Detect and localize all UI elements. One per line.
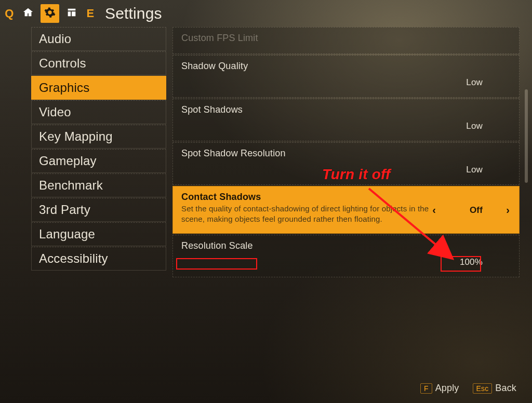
tab-loadout[interactable] [62, 4, 81, 23]
sidebar-item-video[interactable]: Video [31, 100, 166, 124]
apply-label: Apply [435, 383, 459, 394]
sidebar-item-language[interactable]: Language [31, 222, 166, 246]
scrollbar-thumb[interactable] [525, 89, 528, 183]
settings-category-sidebar: Audio Controls Graphics Video Key Mappin… [31, 27, 166, 370]
back-hotkey: Esc [473, 383, 493, 394]
settings-panel: Custom FPS Limit Shadow Quality Low Spot… [166, 27, 532, 370]
back-button[interactable]: Esc Back [473, 383, 517, 394]
setting-row-contact-shadows[interactable]: Contact Shadows Set the quality of conta… [172, 186, 520, 234]
apply-button[interactable]: F Apply [420, 383, 459, 394]
value-prev-arrow[interactable]: ‹ [432, 204, 436, 216]
topbar: Q E Settings [0, 0, 532, 27]
back-label: Back [495, 383, 516, 394]
gear-icon [44, 7, 56, 21]
setting-value: Low [466, 77, 483, 88]
sidebar-item-3rd-party[interactable]: 3rd Party [31, 198, 166, 222]
setting-label: Custom FPS Limit [181, 33, 511, 44]
setting-value: Low [466, 121, 483, 131]
sidebar-item-benchmark[interactable]: Benchmark [31, 173, 166, 197]
setting-row-spot-shadow-resolution[interactable]: Spot Shadow Resolution Low [172, 142, 520, 185]
setting-value: Low [466, 165, 483, 175]
sidebar-item-accessibility[interactable]: Accessibility [31, 247, 166, 271]
sidebar-item-label: Language [39, 227, 95, 241]
panel-icon [66, 7, 77, 21]
setting-row-shadow-quality[interactable]: Shadow Quality Low [172, 55, 520, 98]
prev-tab-hotkey: Q [3, 7, 16, 20]
setting-label: Resolution Scale [181, 240, 511, 251]
setting-description: Set the quality of contact-shadowing of … [181, 204, 451, 224]
sidebar-item-audio[interactable]: Audio [31, 27, 166, 51]
setting-value: Off [470, 205, 483, 216]
tab-settings[interactable] [41, 4, 59, 23]
setting-row-resolution-scale[interactable]: Resolution Scale 100% [172, 235, 520, 277]
sidebar-item-label: Gameplay [39, 154, 97, 168]
setting-label: Shadow Quality [181, 61, 511, 72]
sidebar-item-label: 3rd Party [39, 203, 90, 217]
apply-hotkey: F [420, 383, 432, 394]
setting-label: Spot Shadows [181, 104, 511, 115]
sidebar-item-controls[interactable]: Controls [31, 51, 166, 75]
sidebar-item-key-mapping[interactable]: Key Mapping [31, 125, 166, 149]
sidebar-item-label: Audio [39, 32, 71, 46]
setting-value: 100% [460, 257, 483, 267]
sidebar-item-label: Accessibility [39, 251, 108, 266]
footer-actions: F Apply Esc Back [420, 383, 516, 394]
setting-label: Contact Shadows [181, 192, 511, 203]
next-tab-hotkey: E [84, 7, 97, 20]
content-area: Audio Controls Graphics Video Key Mappin… [0, 27, 532, 370]
setting-row-spot-shadows[interactable]: Spot Shadows Low [172, 99, 520, 141]
setting-row-custom-fps-limit[interactable]: Custom FPS Limit [172, 27, 520, 54]
value-next-arrow[interactable]: › [506, 204, 510, 216]
page-title: Settings [105, 5, 162, 22]
tab-home[interactable] [19, 4, 37, 23]
sidebar-item-label: Benchmark [39, 178, 103, 193]
sidebar-item-label: Video [39, 105, 71, 119]
sidebar-item-label: Controls [39, 56, 86, 71]
home-icon [22, 7, 34, 21]
sidebar-item-label: Key Mapping [39, 129, 113, 144]
sidebar-item-gameplay[interactable]: Gameplay [31, 149, 166, 173]
setting-label: Spot Shadow Resolution [181, 148, 511, 159]
sidebar-item-label: Graphics [39, 80, 89, 95]
sidebar-item-graphics[interactable]: Graphics [31, 76, 166, 100]
